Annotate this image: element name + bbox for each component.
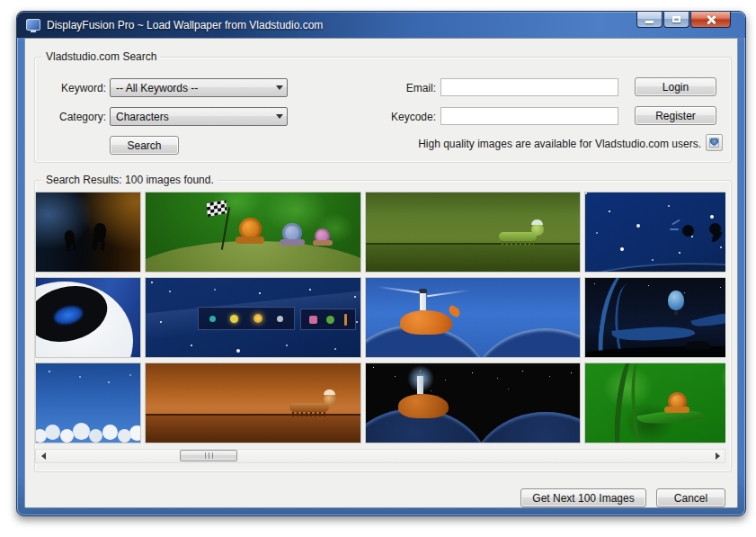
minimize-icon [645,21,654,23]
close-icon [707,15,716,24]
horizontal-scrollbar[interactable] [35,449,725,463]
floating-shelf [300,309,356,330]
picture-icon [709,138,719,148]
caterpillar-body [499,232,537,241]
shelf-item [326,316,334,324]
bush-silhouette [686,341,709,349]
shelf-item [309,316,317,324]
results-group-label: Search Results: 100 images found. [42,174,218,186]
comma-character [709,223,721,235]
eyelash-stroke [670,228,679,230]
login-button[interactable]: Login [635,77,716,96]
keycode-label: Keycode: [382,111,436,123]
get-next-100-images-button[interactable]: Get Next 100 Images [520,488,646,507]
keyword-dropdown[interactable]: -- All Keywords -- [110,78,288,97]
wallpaper-thumbnail-snail-race[interactable] [145,192,361,273]
chevron-down-icon [271,114,287,119]
wallpaper-thumbnail-eve-robot[interactable] [35,277,141,358]
grip-icon [205,452,213,459]
eyelash-stroke [672,219,680,226]
keyword-selected-value: -- All Keywords -- [111,82,271,94]
wallpaper-thumbnail-snail-on-leaf[interactable] [584,362,725,443]
wallpaper-thumbnail-orange-caterpillar[interactable] [145,362,361,443]
search-button[interactable]: Search [110,136,179,155]
stars [373,367,374,368]
stars [594,283,595,284]
high-quality-note: High quality images are available for Vl… [295,138,701,150]
wave-hill [468,412,581,443]
scroll-left-button[interactable] [36,450,50,462]
maximize-icon [672,16,680,22]
scroll-right-button[interactable] [710,450,725,462]
hot-air-balloon [668,291,684,310]
wallpaper-thumbnail-cloud-tops[interactable] [35,362,141,443]
maximize-button[interactable] [663,12,689,28]
search-group-label: Vladstudio.com Search [42,50,160,63]
stars [151,282,153,283]
shelf-item-bulb [253,314,262,323]
thumbnail-row [35,192,725,273]
wallpaper-thumbnail-starry-punctuation[interactable] [584,192,725,273]
shelf-item [277,316,283,322]
wave-hill [468,328,581,358]
wallpaper-thumbnail-space-shelves[interactable] [145,277,361,358]
floating-shelf [198,307,295,330]
dialog-client-area: Vladstudio.com Search Keyword: -- All Ke… [24,38,738,508]
arrow-right-icon [716,452,720,460]
ant-silhouette [64,229,76,245]
wallpaper-thumbnail-whale-lighthouse-day[interactable] [365,277,581,358]
email-label: Email: [391,82,436,94]
category-label: Category: [50,111,106,123]
cloud-puffs [36,363,37,364]
arrow-left-icon [41,452,46,460]
plant-leaf [690,308,725,332]
ground-shade [146,416,360,443]
category-dropdown[interactable]: Characters [110,107,288,126]
close-button[interactable] [690,12,731,28]
cancel-button[interactable]: Cancel [656,488,725,507]
light-beam [427,290,470,298]
shelf-item [209,316,216,322]
snail-body [280,239,305,246]
lighthouse [420,292,426,310]
caterpillar-cap [531,219,543,225]
checkered-flag [207,200,227,217]
snail-body [313,240,333,246]
stars [585,192,587,194]
shelf-item [230,315,238,323]
stars [49,371,50,372]
category-selected-value: Characters [111,111,271,123]
dark-horizon-arc [584,264,725,273]
lighthouse [417,376,423,394]
scrollbar-thumb[interactable] [180,450,237,461]
thumbnail-row [35,362,725,443]
orange-whale [400,310,452,335]
ant-silhouette [93,222,107,242]
wallpaper-thumbnail-green-caterpillar[interactable] [365,192,581,273]
snail-body [236,237,264,244]
thumbnail-row [35,277,725,358]
chevron-down-icon [271,85,287,90]
caption-buttons [636,12,731,28]
lighthouse-top [419,289,427,293]
minimize-button[interactable] [636,12,663,28]
caterpillar-head [531,223,544,236]
snail-body [664,407,689,413]
register-button[interactable]: Register [635,106,716,125]
light-beam [377,286,420,294]
vladstudio-user-button[interactable] [706,134,723,151]
caterpillar-cap [324,389,335,395]
whale-tail [447,305,461,318]
wallpaper-thumbnail-whale-lighthouse-night[interactable] [365,362,581,443]
wallpaper-thumbnail-night-balloon-plant[interactable] [584,277,725,358]
email-field[interactable] [440,78,618,96]
wallpaper-thumbnail-ants-silhouette[interactable] [35,192,141,273]
grass-hill [145,241,361,273]
ground-shade [366,245,580,273]
shelf-item [344,314,347,326]
displayfusion-monitor-icon [26,19,40,31]
caterpillar-body [289,403,329,412]
keycode-field[interactable] [440,107,618,125]
window-title: DisplayFusion Pro ~ Load Wallpaper from … [47,19,323,31]
dialog-window: DisplayFusion Pro ~ Load Wallpaper from … [16,11,746,516]
